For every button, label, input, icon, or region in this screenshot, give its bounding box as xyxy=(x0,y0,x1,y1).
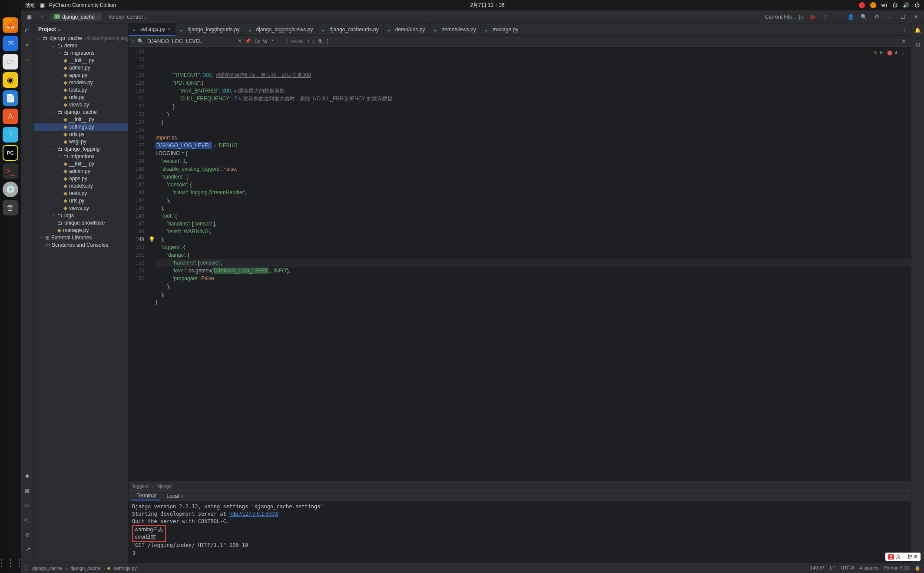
editor-tab[interactable]: django_cache/urls.py xyxy=(318,23,383,36)
editor-tab[interactable]: django_logging/views.py xyxy=(244,23,318,36)
terminal-session-tab[interactable]: Local ✕ xyxy=(162,492,188,500)
terminal-tool-icon[interactable]: >_ xyxy=(23,516,32,524)
dock-rhythmbox-icon[interactable]: ◉ xyxy=(3,72,18,88)
minimize-icon[interactable]: — xyxy=(885,12,894,22)
project-tool-icon[interactable]: 🗀 xyxy=(23,26,32,35)
search-everywhere-icon[interactable]: 🔍 xyxy=(859,12,868,22)
dock-thunderbird-icon[interactable]: ✉ xyxy=(3,36,18,51)
version-control-menu[interactable]: Version control ⌵ xyxy=(106,13,149,21)
nav-crumb[interactable]: settings.py xyxy=(112,566,139,571)
tree-item[interactable]: ◆ urls.py xyxy=(34,197,128,205)
dock-terminal-icon[interactable]: >_ xyxy=(3,163,18,179)
editor-breadcrumbs[interactable]: 'loggers' › 'django' xyxy=(129,481,911,490)
tree-external-libraries[interactable]: ›⊞ External Libraries xyxy=(34,234,128,242)
dock-trash-icon[interactable]: 🗑 xyxy=(3,200,18,215)
tree-item[interactable]: ◆ manage.py xyxy=(34,227,128,234)
tree-item[interactable]: ◆ models.py xyxy=(34,182,128,190)
interpreter-selector[interactable]: Python 3.10 xyxy=(884,565,909,571)
dock-files-icon[interactable]: 🗂 xyxy=(3,54,18,70)
nav-crumb[interactable]: django_cache xyxy=(30,566,64,571)
tree-item[interactable]: ◆ apps.py xyxy=(34,175,128,182)
run-config-selector[interactable]: django_cache ⌵ xyxy=(50,13,102,21)
dock-software-icon[interactable]: A xyxy=(3,109,18,124)
find-input[interactable] xyxy=(147,38,234,44)
dock-help-icon[interactable]: ? xyxy=(3,127,18,142)
find-pin-icon[interactable]: 📌 xyxy=(245,38,251,44)
editor-tab[interactable]: django_logging/urls.py xyxy=(176,23,244,36)
editor-tab[interactable]: demo/urls.py xyxy=(384,23,430,36)
tree-item[interactable]: ◆ admin.py xyxy=(34,64,128,72)
tree-item[interactable]: ◆ views.py xyxy=(34,205,128,212)
inspect-chevron-icon[interactable]: 〉 xyxy=(902,49,907,56)
update-indicator-icon[interactable] xyxy=(870,2,876,8)
vcs-tool-icon[interactable]: ⎇ xyxy=(23,545,32,554)
tree-item[interactable]: ◆ wsgi.py xyxy=(34,138,128,146)
tree-item[interactable]: ◆ models.py xyxy=(34,79,128,86)
run-button[interactable]: ▷ xyxy=(799,13,804,20)
tree-item[interactable]: ◆ __init__.py xyxy=(34,116,128,123)
find-expand-icon[interactable]: › xyxy=(132,38,134,44)
sogou-indicator-icon[interactable] xyxy=(859,2,865,8)
status-home-icon[interactable]: ☐ xyxy=(24,565,29,571)
tree-item[interactable]: ◆ apps.py xyxy=(34,72,128,79)
regex-toggle[interactable]: .* xyxy=(270,39,273,44)
editor-tab[interactable]: manage.py xyxy=(481,23,523,36)
services-icon[interactable]: ▭ xyxy=(23,501,32,510)
tree-item[interactable]: ⌄🗀 django_logging xyxy=(34,146,128,153)
terminal-url-link[interactable]: http://127.0.0.1:8000/ xyxy=(229,511,278,517)
error-indicator-icon[interactable]: ⬤ xyxy=(887,49,892,56)
caret-position[interactable]: 149:37 xyxy=(810,565,825,571)
activities-button[interactable]: 活动 xyxy=(25,2,36,9)
project-tree[interactable]: ⌄🗀 django_cache ~/Code/Python/django_cac… xyxy=(34,35,128,563)
network-icon[interactable]: ⏻ xyxy=(892,2,898,8)
notifications-icon[interactable]: 🔔 xyxy=(914,26,922,35)
problems-icon[interactable]: ⊘ xyxy=(23,530,32,539)
indent-setting[interactable]: 4 spaces xyxy=(859,565,878,571)
current-file-selector[interactable]: Current File ⌵ xyxy=(765,14,796,20)
breadcrumb-item[interactable]: 'django' xyxy=(156,484,172,489)
readonly-lock-icon[interactable]: 🔒 xyxy=(914,565,921,571)
menu-icon[interactable]: ≡ xyxy=(37,12,47,22)
intention-bulb-icon[interactable]: 💡 xyxy=(149,236,155,242)
whole-word-toggle[interactable]: W xyxy=(263,39,267,44)
dock-pycharm-icon[interactable]: PC xyxy=(3,145,18,161)
tree-item[interactable]: ◆ tests.py xyxy=(34,86,128,94)
find-filter-icon[interactable]: ⚗ xyxy=(318,38,322,44)
find-more-icon[interactable]: ⋮ xyxy=(325,38,330,44)
structure-tool-icon[interactable]: ⌗ xyxy=(23,41,32,50)
python-packages-icon[interactable]: ▦ xyxy=(23,486,32,495)
tree-item[interactable]: ›🗀 migrations xyxy=(34,50,128,57)
maximize-icon[interactable]: ☐ xyxy=(898,12,907,22)
tree-item[interactable]: ◆ admin.py xyxy=(34,168,128,175)
language-indicator[interactable]: en xyxy=(881,2,887,8)
tree-item[interactable]: ⌄🗀 django_cache xyxy=(34,109,128,116)
tree-item[interactable]: ◆ urls.py xyxy=(34,94,128,101)
line-separator[interactable]: LF xyxy=(830,565,835,571)
settings-icon[interactable]: ⚙ xyxy=(872,12,881,22)
terminal-output[interactable]: Django version 2.2.12, using settings 'd… xyxy=(129,501,911,563)
project-panel-title[interactable]: Project xyxy=(34,23,128,35)
navigation-bar[interactable]: ☐ django_cache› django_cache› ◆ settings… xyxy=(24,565,139,571)
tree-item[interactable]: ›🗀 logs xyxy=(34,212,128,219)
tree-item[interactable]: ◆ __init__.py xyxy=(34,160,128,168)
power-icon[interactable]: ⏻ xyxy=(914,2,920,8)
close-window-icon[interactable]: ✕ xyxy=(911,12,921,22)
ime-indicator[interactable]: S 英 '，拼 ⚙ xyxy=(885,553,921,561)
editor-tab[interactable]: settings.py✕ xyxy=(129,23,176,36)
terminal-tool-tab[interactable]: Terminal xyxy=(132,492,160,500)
find-close-input-icon[interactable]: ✕ xyxy=(238,38,242,44)
file-encoding[interactable]: UTF-8 xyxy=(841,565,854,571)
volume-icon[interactable]: 🔊 xyxy=(903,2,909,8)
tree-scratches[interactable]: ▭ Scratches and Consoles xyxy=(34,242,128,249)
debug-icon[interactable]: 🐞 xyxy=(808,12,817,22)
match-case-toggle[interactable]: Cc xyxy=(255,39,260,44)
more-actions-icon[interactable]: ⋮ xyxy=(821,12,830,22)
close-tab-icon[interactable]: ✕ xyxy=(180,494,184,499)
tree-item[interactable]: ⌄🗀 demo xyxy=(34,42,128,50)
dock-libreoffice-icon[interactable]: 📄 xyxy=(3,90,18,106)
tree-item[interactable]: ◆ settings.py xyxy=(34,123,128,131)
line-number-gutter[interactable]: 1251261271281291301311321331341351361371… xyxy=(129,47,148,481)
find-close-icon[interactable]: ✕ xyxy=(901,38,907,44)
close-tab-icon[interactable]: ✕ xyxy=(167,26,171,31)
tree-item[interactable]: 🗀 unique-snowflake xyxy=(34,219,128,227)
